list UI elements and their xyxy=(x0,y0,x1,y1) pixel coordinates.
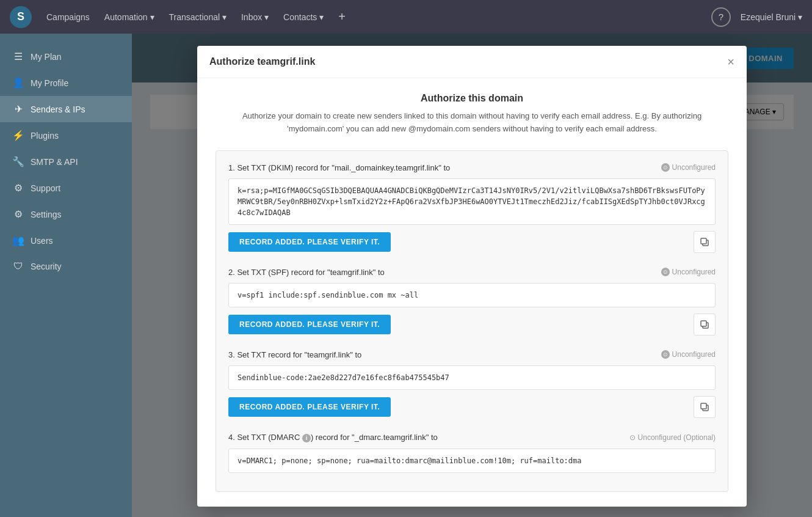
sidebar-item-security[interactable]: 🛡 Security xyxy=(0,254,132,279)
sidebar-item-users[interactable]: 👥 Users xyxy=(0,227,132,254)
sidebar-item-my-profile[interactable]: 👤 My Profile xyxy=(0,70,132,96)
sidebar-item-support[interactable]: ⚙ Support xyxy=(0,175,132,201)
copy-icon xyxy=(700,237,709,247)
sidebar-item-label: Support xyxy=(31,183,60,193)
sidebar-item-label: My Plan xyxy=(31,52,62,62)
help-button[interactable]: ? xyxy=(711,7,731,27)
dns-record-txt-status: ⊙ Unconfigured xyxy=(661,350,716,359)
app-logo[interactable]: S xyxy=(10,6,32,28)
top-navigation: S Campaigns Automation ▾ Transactional ▾… xyxy=(0,0,812,34)
copy-icon xyxy=(700,320,709,329)
nav-inbox[interactable]: Inbox ▾ xyxy=(241,12,269,22)
authorize-description: Authorize your domain to create new send… xyxy=(216,110,728,136)
plugins-icon: ⚡ xyxy=(12,130,24,141)
dns-record-txt: 3. Set TXT record for "teamgrif.link" to… xyxy=(228,350,716,418)
sidebar-item-plugins[interactable]: ⚡ Plugins xyxy=(0,122,132,148)
settings-icon: ⚙ xyxy=(12,208,24,220)
sidebar: ☰ My Plan 👤 My Profile ✈ Senders & IPs ⚡… xyxy=(0,34,132,517)
dns-record-txt-actions: RECORD ADDED. PLEASE VERIFY IT. xyxy=(228,396,716,418)
dns-record-dkim-label: 1. Set TXT (DKIM) record for "mail._doma… xyxy=(228,163,450,172)
sidebar-item-my-plan[interactable]: ☰ My Plan xyxy=(0,43,132,70)
nav-transactional[interactable]: Transactional ▾ xyxy=(169,12,227,22)
copy-txt-button[interactable] xyxy=(694,396,716,418)
dns-record-dkim-header: 1. Set TXT (DKIM) record for "mail._doma… xyxy=(228,163,716,172)
nav-campaigns[interactable]: Campaigns xyxy=(46,12,90,22)
dkim-status-icon: ⊙ xyxy=(661,163,670,172)
sidebar-item-settings[interactable]: ⚙ Settings xyxy=(0,201,132,227)
smtp-api-icon: 🔧 xyxy=(12,156,24,167)
dns-record-spf-header: 2. Set TXT (SPF) record for "teamgrif.li… xyxy=(228,268,716,277)
spf-status-icon: ⊙ xyxy=(661,268,670,276)
sidebar-item-label: Settings xyxy=(31,210,62,219)
svg-rect-5 xyxy=(701,403,706,409)
dns-record-dmarc-status: ⊙ Unconfigured (Optional) xyxy=(629,433,716,442)
my-plan-icon: ☰ xyxy=(12,51,24,62)
security-icon: 🛡 xyxy=(12,261,24,272)
sidebar-item-label: Security xyxy=(31,262,62,271)
content-area: + ADD A NEW DOMAIN VERIFY A DOMAIN MANAG… xyxy=(132,34,812,517)
txt-status-icon: ⊙ xyxy=(661,350,670,359)
dns-record-dkim-actions: RECORD ADDED. PLEASE VERIFY IT. xyxy=(228,231,716,253)
dns-record-spf-value: v=spf1 include:spf.sendinblue.com mx ~al… xyxy=(228,283,716,307)
senders-ips-icon: ✈ xyxy=(12,103,24,115)
verify-spf-button[interactable]: RECORD ADDED. PLEASE VERIFY IT. xyxy=(228,315,391,334)
modal-body: Authorize this domain Authorize your dom… xyxy=(197,78,747,507)
svg-rect-1 xyxy=(701,238,706,244)
main-layout: ☰ My Plan 👤 My Profile ✈ Senders & IPs ⚡… xyxy=(0,34,812,517)
dns-record-spf-status: ⊙ Unconfigured xyxy=(661,268,716,276)
nav-automation[interactable]: Automation ▾ xyxy=(104,12,154,22)
support-icon: ⚙ xyxy=(12,182,24,194)
dns-record-dmarc-value: v=DMARC1; p=none; sp=none; rua=mailto:dm… xyxy=(228,449,716,473)
add-menu-button[interactable]: + xyxy=(338,10,346,24)
dns-record-dmarc-header: 4. Set TXT (DMARC i) record for "_dmarc.… xyxy=(228,433,716,442)
modal-close-button[interactable]: × xyxy=(727,56,734,68)
nav-contacts[interactable]: Contacts ▾ xyxy=(283,12,324,22)
users-icon: 👥 xyxy=(12,235,24,246)
dns-record-txt-header: 3. Set TXT record for "teamgrif.link" to… xyxy=(228,350,716,359)
dns-record-dkim-status: ⊙ Unconfigured xyxy=(661,163,716,172)
copy-spf-button[interactable] xyxy=(694,314,716,336)
sidebar-item-label: My Profile xyxy=(31,78,68,88)
modal-title: Authorize teamgrif.link xyxy=(209,56,315,67)
sidebar-item-label: SMTP & API xyxy=(31,157,78,167)
dmarc-status-icon: ⊙ xyxy=(629,433,636,442)
dns-record-dkim: 1. Set TXT (DKIM) record for "mail._doma… xyxy=(228,163,716,253)
modal-overlay: Authorize teamgrif.link × Authorize this… xyxy=(132,34,812,517)
dns-record-spf-actions: RECORD ADDED. PLEASE VERIFY IT. xyxy=(228,314,716,336)
copy-dkim-button[interactable] xyxy=(694,231,716,253)
user-menu[interactable]: Ezequiel Bruni ▾ xyxy=(741,12,802,22)
sidebar-item-senders-ips[interactable]: ✈ Senders & IPs xyxy=(0,96,132,122)
svg-rect-3 xyxy=(701,321,706,326)
sidebar-item-label: Plugins xyxy=(31,131,59,141)
sidebar-item-label: Users xyxy=(31,236,53,246)
sidebar-item-smtp-api[interactable]: 🔧 SMTP & API xyxy=(0,148,132,175)
top-nav-right: ? Ezequiel Bruni ▾ xyxy=(711,7,802,27)
verify-dkim-button[interactable]: RECORD ADDED. PLEASE VERIFY IT. xyxy=(228,232,391,252)
dns-record-spf: 2. Set TXT (SPF) record for "teamgrif.li… xyxy=(228,268,716,336)
dns-record-txt-value: Sendinblue-code:2ae2e8d227d7e16fec8f6ab4… xyxy=(228,365,716,390)
dns-record-dmarc-label: 4. Set TXT (DMARC i) record for "_dmarc.… xyxy=(228,433,438,442)
my-profile-icon: 👤 xyxy=(12,77,24,89)
dns-record-txt-label: 3. Set TXT record for "teamgrif.link" to xyxy=(228,350,361,359)
dns-record-dkim-value: k=rsa;p=MIGfMA0GCSqGSIb3DQEBAQUAA4GNADCB… xyxy=(228,178,716,225)
dmarc-info-icon[interactable]: i xyxy=(302,434,311,442)
authorize-domain-modal: Authorize teamgrif.link × Authorize this… xyxy=(197,46,747,507)
dns-record-dmarc: 4. Set TXT (DMARC i) record for "_dmarc.… xyxy=(228,433,716,473)
copy-icon xyxy=(700,402,709,412)
sidebar-item-label: Senders & IPs xyxy=(31,105,85,114)
authorize-title: Authorize this domain xyxy=(216,93,728,104)
dns-records-container: 1. Set TXT (DKIM) record for "mail._doma… xyxy=(216,150,728,492)
dns-record-spf-label: 2. Set TXT (SPF) record for "teamgrif.li… xyxy=(228,268,385,277)
verify-txt-button[interactable]: RECORD ADDED. PLEASE VERIFY IT. xyxy=(228,397,391,417)
modal-header: Authorize teamgrif.link × xyxy=(197,46,747,78)
